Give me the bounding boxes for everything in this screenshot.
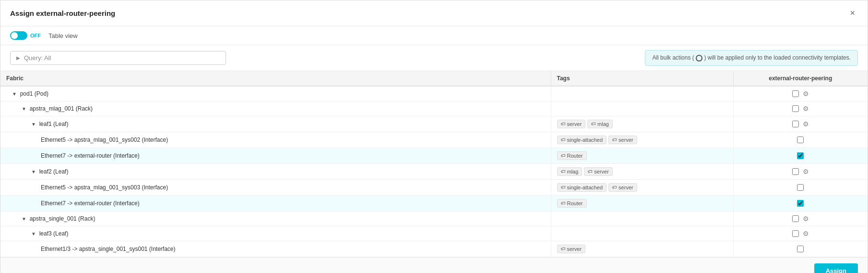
tags-cell: 🏷server🏷mlag xyxy=(551,116,733,132)
toggle-background[interactable] xyxy=(10,31,27,40)
query-input[interactable]: ▶ Query: All xyxy=(10,51,226,65)
table-row: Ethernet7 -> external-router (Interface)… xyxy=(0,148,868,163)
tag-icon: 🏷 xyxy=(612,185,617,190)
table-row: ▼ apstra_mlag_001 (Rack)⚙ xyxy=(0,101,868,116)
checkbox-container: ⚙ xyxy=(739,168,862,175)
gear-button[interactable]: ⚙ xyxy=(803,215,809,223)
fabric-cell: ▼ apstra_mlag_001 (Rack) xyxy=(0,101,551,116)
assign-checkbox[interactable] xyxy=(792,90,799,97)
assign-checkbox[interactable] xyxy=(797,200,804,207)
fabric-cell: Ethernet5 -> apstra_mlag_001_sys002 (Int… xyxy=(0,132,551,148)
tag: 🏷Router xyxy=(557,151,587,160)
table-view-toggle[interactable]: OFF xyxy=(10,31,41,40)
tag-icon: 🏷 xyxy=(612,137,617,142)
table-row: ▼ leaf1 (Leaf)🏷server🏷mlag⚙ xyxy=(0,116,868,132)
fabric-cell: ▼ leaf3 (Leaf) xyxy=(0,226,551,241)
tags-cell xyxy=(551,211,733,226)
assign-checkbox[interactable] xyxy=(797,136,804,143)
modal-header: Assign external-router-peering × xyxy=(0,0,868,26)
checkbox-container xyxy=(739,184,862,191)
assign-cell xyxy=(733,132,868,148)
modal-title: Assign external-router-peering xyxy=(10,9,115,17)
expand-arrow-icon[interactable]: ▼ xyxy=(22,216,28,222)
checkbox-container: ⚙ xyxy=(739,90,862,98)
toggle-knob xyxy=(11,32,18,39)
expand-arrow-icon[interactable]: ▼ xyxy=(12,91,18,97)
query-placeholder: Query: All xyxy=(24,54,51,62)
toolbar: OFF Table view xyxy=(0,26,868,45)
fabric-cell: ▼ pod1 (Pod) xyxy=(0,86,551,101)
checkbox-container xyxy=(739,136,862,143)
fabric-table: Fabric Tags external-router-peering ▼ po… xyxy=(0,71,868,257)
assign-cell: ⚙ xyxy=(733,226,868,241)
expand-arrow-icon[interactable]: ▼ xyxy=(22,106,28,112)
expand-arrow-icon[interactable]: ▼ xyxy=(31,122,37,127)
col-tags: Tags xyxy=(551,71,733,86)
assign-cell: ⚙ xyxy=(733,86,868,101)
tags-cell: 🏷Router xyxy=(551,148,733,163)
tags-cell: 🏷server xyxy=(551,241,733,257)
fabric-cell: Ethernet7 -> external-router (Interface) xyxy=(0,195,551,211)
table-row: ▼ leaf3 (Leaf)⚙ xyxy=(0,226,868,241)
tags-cell: 🏷single-attached🏷server xyxy=(551,132,733,148)
table-row: ▼ leaf2 (Leaf)🏷mlag🏷server⚙ xyxy=(0,163,868,179)
assign-cell xyxy=(733,195,868,211)
checkbox-container: ⚙ xyxy=(739,105,862,112)
assign-checkbox[interactable] xyxy=(797,246,804,252)
tags-cell xyxy=(551,86,733,101)
toggle-state-label: OFF xyxy=(30,33,41,38)
tag-icon: 🏷 xyxy=(561,121,566,126)
assign-checkbox[interactable] xyxy=(792,230,799,237)
expand-arrow-icon[interactable]: ▼ xyxy=(31,231,37,236)
assign-button[interactable]: Assign xyxy=(814,263,858,273)
assign-cell: ⚙ xyxy=(733,101,868,116)
table-row: Ethernet7 -> external-router (Interface)… xyxy=(0,195,868,211)
gear-button[interactable]: ⚙ xyxy=(803,90,809,98)
assign-checkbox[interactable] xyxy=(792,215,799,222)
gear-button[interactable]: ⚙ xyxy=(803,168,809,175)
query-chevron: ▶ xyxy=(16,55,20,61)
table-row: Ethernet5 -> apstra_mlag_001_sys002 (Int… xyxy=(0,132,868,148)
gear-button[interactable]: ⚙ xyxy=(803,120,809,128)
assign-cell xyxy=(733,241,868,257)
tags-cell: 🏷Router xyxy=(551,195,733,211)
assign-checkbox[interactable] xyxy=(792,168,799,175)
assign-cell xyxy=(733,148,868,163)
bulk-gear-icon xyxy=(696,55,702,62)
assign-modal: Assign external-router-peering × OFF Tab… xyxy=(0,0,868,273)
tag-icon: 🏷 xyxy=(561,246,566,251)
checkbox-container xyxy=(739,246,862,252)
gear-button[interactable]: ⚙ xyxy=(803,105,809,112)
bulk-info-banner: All bulk actions ( ) will be applied onl… xyxy=(645,50,858,66)
gear-button[interactable]: ⚙ xyxy=(803,230,809,237)
tags-cell: 🏷single-attached🏷server xyxy=(551,179,733,195)
query-bar: ▶ Query: All All bulk actions ( ) will b… xyxy=(0,45,868,71)
tag: 🏷server xyxy=(608,183,637,192)
tags-cell xyxy=(551,226,733,241)
checkbox-container xyxy=(739,200,862,207)
expand-arrow-icon[interactable]: ▼ xyxy=(31,169,37,174)
fabric-cell: Ethernet5 -> apstra_mlag_001_sys003 (Int… xyxy=(0,179,551,195)
col-assign: external-router-peering xyxy=(733,71,868,86)
table-row: ▼ pod1 (Pod)⚙ xyxy=(0,86,868,101)
assign-cell xyxy=(733,179,868,195)
tag: 🏷server xyxy=(557,245,586,253)
tag-icon: 🏷 xyxy=(588,169,593,174)
close-button[interactable]: × xyxy=(847,7,858,19)
checkbox-container: ⚙ xyxy=(739,215,862,223)
checkbox-container: ⚙ xyxy=(739,230,862,237)
tag: 🏷single-attached xyxy=(557,183,607,192)
assign-checkbox[interactable] xyxy=(792,121,799,127)
table-content: Fabric Tags external-router-peering ▼ po… xyxy=(0,71,868,257)
assign-checkbox[interactable] xyxy=(792,105,799,112)
fabric-cell: Ethernet7 -> external-router (Interface) xyxy=(0,148,551,163)
tag: 🏷server xyxy=(557,120,586,128)
bulk-info-text: All bulk actions ( xyxy=(652,54,694,61)
assign-checkbox[interactable] xyxy=(797,184,804,191)
tag-icon: 🏷 xyxy=(561,153,566,158)
tag: 🏷Router xyxy=(557,199,587,208)
fabric-cell: Ethernet1/3 -> apstra_single_001_sys001 … xyxy=(0,241,551,257)
tags-cell: 🏷mlag🏷server xyxy=(551,163,733,179)
assign-cell: ⚙ xyxy=(733,211,868,226)
assign-checkbox[interactable] xyxy=(797,152,804,159)
